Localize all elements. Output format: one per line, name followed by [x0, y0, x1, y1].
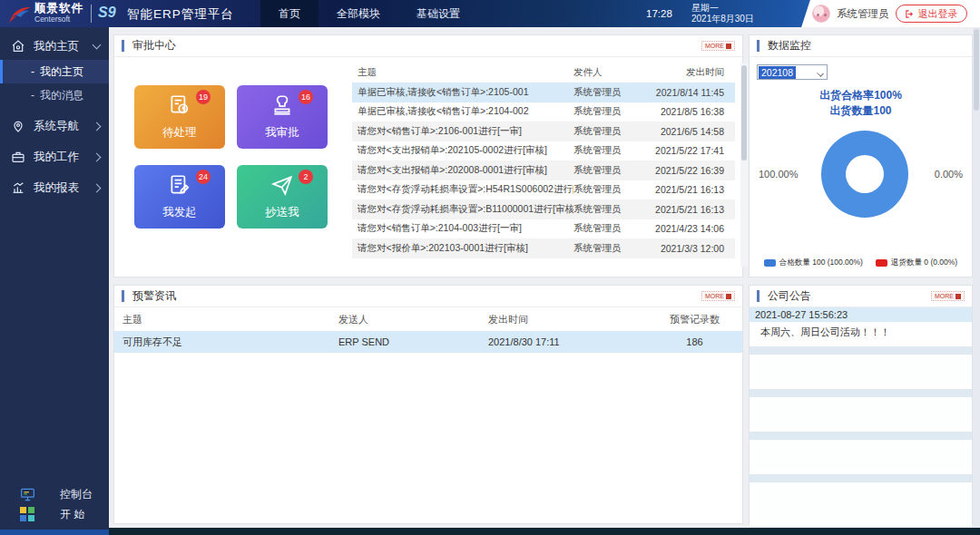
user-avatar[interactable] — [812, 5, 830, 23]
sidebar-item-label: 系统导航 — [34, 119, 79, 134]
cell-time: 2021/3/3 12:00 — [648, 243, 735, 254]
cell-time: 2021/5/22 17:41 — [648, 145, 735, 156]
pending-tile[interactable]: 19 待处理 — [134, 85, 225, 149]
cell-subject: 请您对<支出报销单>:202008-0001进行[审核] — [352, 164, 573, 177]
table-header-row: 主题 发件人 发出时间 — [352, 63, 735, 83]
my-approvals-tile[interactable]: 16 我审批 — [237, 85, 328, 149]
cell-count: 186 — [647, 336, 742, 347]
cell-sender: 系统管理员 — [573, 144, 648, 157]
table-row[interactable]: 请您对<报价单>:202103-0001进行[审核] 系统管理员 2021/3/… — [352, 238, 735, 258]
product-logo: S9 — [98, 5, 116, 21]
table-row[interactable]: 请您对<存货浮动耗损率设置>:B11000001进行[审核] 系统管理员 202… — [352, 199, 735, 219]
legend-label: 退货数量 0 (0.00%) — [891, 258, 957, 268]
username-label: 系统管理员 — [837, 7, 889, 21]
dash-bullet: - — [31, 65, 34, 78]
more-link[interactable]: MORE — [701, 291, 735, 301]
col-subject: 主题 — [352, 66, 573, 79]
top-navigation: 首页 全部模块 基础设置 — [260, 0, 478, 27]
col-sender: 发件人 — [573, 66, 648, 79]
cell-sender: 系统管理员 — [573, 203, 648, 216]
nav-tab-home[interactable]: 首页 — [260, 0, 318, 27]
cell-time: 2021/8/30 17:11 — [488, 336, 647, 347]
cc-to-me-tile[interactable]: 2 抄送我 — [237, 165, 328, 229]
table-row[interactable]: 请您对<支出报销单>:202105-0002进行[审核] 系统管理员 2021/… — [352, 141, 735, 161]
cell-sender: 系统管理员 — [573, 125, 648, 138]
cell-subject: 请您对<销售订单>:2104-003进行[一审] — [352, 222, 573, 235]
table-row[interactable]: 单据已审核,请接收<销售订单>:2104-002 系统管理员 2021/8/5 … — [352, 102, 735, 122]
cell-subject: 请您对<销售订单>:2106-001进行[一审] — [352, 125, 573, 138]
more-link[interactable]: MORE — [701, 41, 735, 51]
cell-subject: 请您对<存货浮动耗损率设置>:B11000001进行[审核] — [352, 203, 573, 216]
table-scrollbar[interactable] — [740, 63, 748, 267]
period-select[interactable]: 202108 — [757, 64, 828, 80]
cell-time: 2021/6/5 14:58 — [648, 126, 735, 137]
nav-tab-all-modules[interactable]: 全部模块 — [318, 0, 398, 27]
map-pin-icon — [11, 119, 25, 133]
cell-time: 2021/8/5 16:38 — [648, 106, 735, 117]
panel-title: 数据监控 — [757, 40, 811, 52]
shipment-stats: 出货合格率100% 出货数量100 — [750, 88, 972, 119]
todo-clock-icon — [168, 93, 191, 117]
logout-button[interactable]: 退出登录 — [896, 5, 967, 23]
bar-chart-icon — [11, 180, 25, 195]
sidebar-item-system-navigation[interactable]: 系统导航 — [0, 112, 109, 140]
cell-sender: 系统管理员 — [573, 164, 648, 177]
start-grid-icon — [20, 507, 34, 521]
cell-sender: 系统管理员 — [573, 105, 648, 118]
cell-time: 2021/5/22 16:39 — [648, 165, 735, 176]
shipment-qty-label: 出货数量100 — [750, 103, 972, 119]
tile-label: 抄送我 — [237, 205, 328, 220]
announcement-date[interactable]: 2021-08-27 15:56:23 — [750, 307, 972, 322]
start-button[interactable]: 开 始 — [0, 504, 109, 524]
start-label: 开 始 — [60, 507, 84, 522]
weekday-label: 星期一 — [691, 3, 754, 14]
tile-label: 待处理 — [134, 125, 225, 141]
sidebar-bottom-strip — [0, 530, 109, 535]
donut-chart: 100.00% 0.00% — [750, 131, 972, 230]
console-label: 控制台 — [60, 487, 93, 502]
panel-title: 公司公告 — [757, 290, 811, 302]
initiated-by-me-tile[interactable]: 24 我发起 — [134, 165, 225, 229]
table-row[interactable]: 单据已审核,请接收<销售订单>:2105-001 系统管理员 2021/8/14… — [352, 83, 735, 102]
empty-row — [750, 389, 972, 397]
console-button[interactable]: 控制台 — [0, 484, 109, 504]
page-scrollbar[interactable] — [973, 27, 980, 528]
chevron-right-icon — [93, 183, 102, 192]
sidebar-item-my-work[interactable]: 我的工作 — [0, 143, 109, 170]
more-label: MORE — [705, 293, 724, 299]
table-row[interactable]: 请您对<存货浮动耗损率设置>:H54R1S006002进行[审核] 系统管理员 … — [352, 180, 735, 200]
table-row[interactable]: 可用库存不足 ERP SEND 2021/8/30 17:11 186 — [114, 331, 742, 353]
nav-tab-basic-settings[interactable]: 基础设置 — [398, 0, 478, 27]
sidebar-footer: 控制台 开 始 — [0, 484, 109, 524]
tile-label: 我审批 — [237, 125, 328, 141]
table-row[interactable]: 请您对<销售订单>:2104-003进行[一审] 系统管理员 2021/4/23… — [352, 219, 735, 239]
table-row[interactable]: 请您对<销售订单>:2106-001进行[一审] 系统管理员 2021/6/5 … — [352, 122, 735, 141]
cell-time: 2021/5/21 16:13 — [648, 204, 735, 215]
main-content: 审批中心 MORE 19 待处理 16 我审批 — [109, 27, 980, 535]
sidebar-item-my-reports[interactable]: 我的报表 — [0, 174, 109, 201]
more-label: MORE — [935, 293, 954, 299]
sidebar-item-my-home[interactable]: 我的主页 — [0, 33, 109, 60]
announcements-panel: 公司公告 MORE 2021-08-27 15:56:23 本周六、周日公司活动… — [749, 285, 973, 524]
table-row[interactable]: 请您对<支出报销单>:202008-0001进行[审核] 系统管理员 2021/… — [352, 160, 735, 180]
sidebar-subitem-my-messages[interactable]: -我的消息 — [0, 83, 109, 107]
more-square-icon — [956, 294, 961, 299]
header-user-area: 系统管理员 退出登录 — [812, 0, 980, 27]
product-title: 智能ERP管理平台 — [127, 6, 234, 23]
sidebar-item-label: 我的报表 — [34, 180, 79, 196]
empty-row — [750, 474, 972, 482]
cell-subject: 单据已审核,请接收<销售订单>:2105-001 — [352, 86, 573, 99]
announcement-content: 本周六、周日公司活动！！！ — [750, 322, 972, 342]
alerts-panel: 预警资讯 MORE 主题 发送人 发出时间 预警记录数 可用库存不足 ERP S… — [113, 285, 743, 524]
scrollbar-thumb[interactable] — [974, 29, 979, 111]
chevron-right-icon — [93, 152, 102, 161]
col-sent-time: 发出时间 — [648, 66, 735, 79]
scrollbar-thumb[interactable] — [741, 65, 747, 160]
more-link[interactable]: MORE — [931, 291, 965, 301]
period-selected-value: 202108 — [759, 66, 796, 79]
cell-time: 2021/5/21 16:13 — [648, 184, 735, 195]
briefcase-icon — [11, 150, 25, 164]
sidebar-subitem-my-home[interactable]: -我的主页 — [0, 60, 109, 83]
legend-label: 合格数量 100 (100.00%) — [779, 258, 863, 268]
empty-row — [750, 432, 972, 440]
